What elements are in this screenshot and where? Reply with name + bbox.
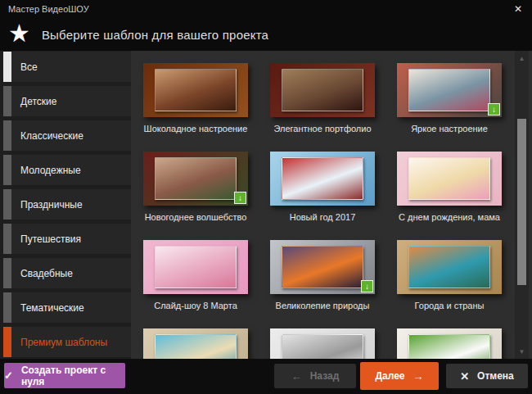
template-thumbnail[interactable]: [143, 63, 248, 117]
next-button-label: Далее: [375, 370, 404, 382]
sidebar-item-travel[interactable]: Путешествия: [0, 224, 131, 254]
sidebar-item-label: Все: [11, 52, 131, 82]
template-card[interactable]: Слайд-шоу 8 Марта: [143, 240, 248, 310]
page-title: Выберите шаблон для вашего проекта: [42, 28, 268, 42]
cancel-button-label: Отмена: [477, 370, 514, 382]
template-title: Яркое настроение: [397, 124, 502, 134]
template-thumbnail[interactable]: [397, 240, 502, 294]
thumbnail-photo: [155, 246, 237, 288]
back-arrow-icon: ←: [291, 370, 302, 383]
template-thumbnail[interactable]: ↓: [270, 240, 375, 294]
check-icon: ✓: [4, 369, 13, 382]
accent-bar: [3, 292, 11, 323]
sidebar-item-premium[interactable]: Премиум шаблоны: [0, 327, 131, 357]
template-title: Шоколадное настроение: [143, 124, 248, 134]
template-card[interactable]: Новый год 2017: [270, 152, 375, 222]
scroll-down-icon[interactable]: ▼: [515, 346, 529, 357]
thumbnail-photo: [408, 246, 490, 288]
accent-bar: [3, 224, 11, 254]
sidebar-item-label: Праздничные: [11, 189, 131, 220]
template-thumbnail[interactable]: ↓: [397, 63, 502, 117]
accent-bar: [3, 327, 11, 357]
accent-bar: [3, 52, 11, 82]
create-from-scratch-button[interactable]: ✓ Создать проект с нуля: [4, 363, 125, 388]
template-title: Великолепие природы: [270, 301, 375, 310]
template-card[interactable]: [397, 328, 502, 359]
template-card[interactable]: Элегантное портфолио: [270, 63, 375, 134]
next-arrow-icon: →: [413, 370, 424, 383]
template-title: Новогоднее волшебство: [143, 212, 248, 222]
scrollbar-thumb[interactable]: [517, 119, 526, 285]
template-thumbnail[interactable]: [397, 328, 502, 359]
header: ★ Выберите шаблон для вашего проекта: [0, 18, 532, 51]
wizard-window: Мастер ВидеоШОУ ✕ ★ Выберите шаблон для …: [0, 0, 532, 394]
sidebar-item-label: Классические: [11, 120, 131, 151]
thumbnail-photo: [155, 334, 237, 359]
sidebar-item-label: Тематические: [11, 292, 131, 323]
download-badge-icon: ↓: [361, 280, 373, 292]
star-icon: ★: [8, 21, 30, 46]
template-title: Слайд-шоу 8 Марта: [143, 301, 248, 310]
thumbnail-photo: [408, 157, 490, 200]
template-title: Города и страны: [397, 301, 502, 310]
template-card[interactable]: [270, 328, 375, 359]
sidebar-item-all[interactable]: Все: [0, 52, 131, 82]
cancel-x-icon: ✕: [460, 370, 469, 383]
back-button[interactable]: ← Назад: [274, 364, 356, 388]
template-card[interactable]: С днем рождения, мама: [397, 152, 502, 222]
sidebar-item-youth[interactable]: Молодежные: [0, 155, 131, 185]
accent-bar: [3, 120, 11, 151]
template-thumbnail[interactable]: [270, 152, 375, 206]
template-title: Новый год 2017: [270, 212, 375, 222]
sidebar-item-label: Молодежные: [11, 155, 131, 185]
template-thumbnail[interactable]: [143, 328, 248, 359]
sidebar-item-thematic[interactable]: Тематические: [0, 292, 131, 323]
accent-bar: [3, 86, 11, 116]
thumbnail-photo: [408, 69, 490, 111]
vertical-scrollbar[interactable]: ▲ ▼: [515, 51, 529, 359]
template-thumbnail[interactable]: [397, 152, 502, 206]
thumbnail-photo: [282, 334, 363, 359]
template-card[interactable]: Города и страны: [397, 240, 502, 310]
template-card[interactable]: ↓Великолепие природы: [270, 240, 375, 310]
accent-bar: [3, 189, 11, 220]
download-badge-icon: ↓: [488, 103, 500, 115]
sidebar-item-label: Свадебные: [11, 258, 131, 288]
close-icon[interactable]: ✕: [514, 4, 522, 14]
next-button[interactable]: Далее →: [360, 362, 439, 390]
accent-bar: [3, 155, 11, 185]
template-title: С днем рождения, мама: [397, 212, 502, 222]
template-thumbnail[interactable]: [270, 63, 375, 117]
sidebar-item-kids[interactable]: Детские: [0, 86, 131, 116]
window-title: Мастер ВидеоШОУ: [8, 4, 89, 14]
title-bar: Мастер ВидеоШОУ ✕: [0, 0, 532, 18]
scroll-up-icon[interactable]: ▲: [515, 52, 529, 64]
template-thumbnail[interactable]: [270, 328, 375, 359]
thumbnail-photo: [155, 69, 237, 111]
thumbnail-photo: [155, 157, 237, 200]
template-thumbnail[interactable]: ↓: [143, 152, 248, 206]
footer-bar: ✓ Создать проект с нуля ← Назад Далее → …: [0, 359, 532, 394]
sidebar-item-wedding[interactable]: Свадебные: [0, 258, 131, 288]
back-button-label: Назад: [310, 370, 340, 382]
accent-bar: [3, 258, 11, 288]
template-thumbnail[interactable]: [143, 240, 248, 294]
main-area: ВсеДетскиеКлассическиеМолодежныеПразднич…: [0, 51, 532, 359]
category-sidebar: ВсеДетскиеКлассическиеМолодежныеПразднич…: [0, 51, 131, 359]
cancel-button[interactable]: ✕ Отмена: [446, 364, 528, 388]
sidebar-item-classic[interactable]: Классические: [0, 120, 131, 151]
template-card[interactable]: [143, 328, 248, 359]
template-gallery: Шоколадное настроениеЭлегантное портфоли…: [131, 51, 532, 359]
template-title: Элегантное портфолио: [270, 124, 375, 134]
template-card[interactable]: ↓Новогоднее волшебство: [143, 152, 248, 222]
thumbnail-photo: [408, 334, 490, 359]
sidebar-item-holiday[interactable]: Праздничные: [0, 189, 131, 220]
sidebar-item-label: Детские: [11, 86, 131, 116]
thumbnail-photo: [282, 157, 363, 200]
template-card[interactable]: Шоколадное настроение: [143, 63, 248, 134]
create-button-label: Создать проект с нуля: [21, 365, 125, 387]
thumbnail-photo: [282, 69, 363, 111]
template-card[interactable]: ↓Яркое настроение: [397, 63, 502, 134]
download-badge-icon: ↓: [234, 192, 246, 204]
sidebar-item-label: Путешествия: [11, 224, 131, 254]
